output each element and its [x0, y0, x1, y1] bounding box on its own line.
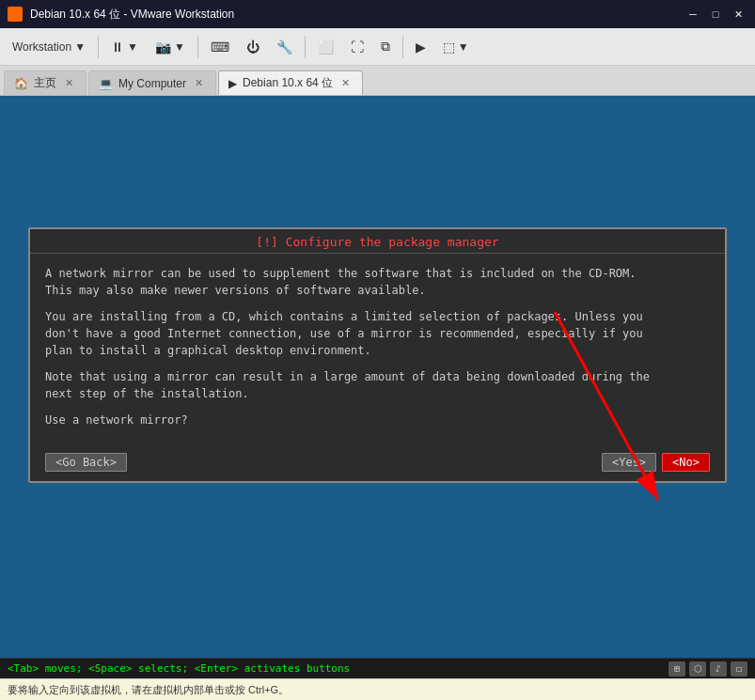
- tab-debian-close[interactable]: ✕: [338, 76, 353, 90]
- home-icon: 🏠: [14, 77, 28, 90]
- display-status-icon: ◻: [731, 661, 747, 677]
- debian-icon: ▶: [228, 77, 237, 90]
- vmware-icon: [8, 7, 23, 22]
- configure-package-manager-dialog: [!] Configure the package manager A netw…: [28, 227, 727, 483]
- workstation-menu-button[interactable]: Workstation ▼: [6, 33, 92, 61]
- tab-home[interactable]: 🏠 主页 ✕: [4, 70, 87, 95]
- status-text: <Tab> moves; <Space> selects; <Enter> ac…: [8, 662, 668, 675]
- ctrl-g-message: 要将输入定向到该虚拟机，请在虚拟机内部单击或按 Ctrl+G。: [8, 683, 289, 697]
- statusbar: <Tab> moves; <Space> selects; <Enter> ac…: [0, 658, 755, 678]
- snapshot-menu-button[interactable]: 📷 ▼: [149, 33, 192, 61]
- yes-button[interactable]: <Yes>: [602, 453, 656, 472]
- power-icon: ⏻: [246, 39, 260, 54]
- console-icon: ▶: [416, 39, 426, 54]
- tab-mycomputer-label: My Computer: [118, 77, 186, 90]
- pause-dropdown: ▼: [127, 40, 138, 54]
- exit-dropdown: ▼: [458, 40, 469, 54]
- status-icons: ⊞ ⬡ ♪ ◻: [668, 661, 747, 677]
- dialog-para-2: You are installing from a CD, which cont…: [45, 308, 710, 359]
- dialog-action-buttons: <Yes> <No>: [602, 453, 710, 472]
- minimize-button[interactable]: ─: [684, 7, 702, 22]
- dialog-para-3: Note that using a mirror can result in a…: [45, 368, 710, 402]
- send-ctrlaltdel-button[interactable]: ⌨: [204, 33, 236, 61]
- toolbar: Workstation ▼ ⏸ ▼ 📷 ▼ ⌨ ⏻ 🔧 ⬜ ⛶ ⧉ ▶ ⬚ ▼: [0, 28, 755, 66]
- snapshot-dropdown: ▼: [174, 40, 185, 54]
- view-icon: ⬜: [318, 39, 334, 54]
- snapshot-icon: 📷: [155, 39, 171, 54]
- sound-status-icon: ♪: [710, 661, 727, 677]
- no-button[interactable]: <No>: [662, 453, 710, 472]
- maximize-button[interactable]: □: [706, 7, 725, 22]
- tab-debian-label: Debian 10.x 64 位: [243, 75, 333, 91]
- fullscreen-button[interactable]: ⛶: [344, 33, 370, 61]
- vmware-tools-button[interactable]: 🔧: [270, 33, 299, 61]
- mycomputer-icon: 💻: [99, 77, 113, 90]
- workstation-label: Workstation: [12, 40, 71, 54]
- console-button[interactable]: ▶: [409, 33, 433, 61]
- window-title: Debian 10.x 64 位 - VMware Workstation: [30, 7, 676, 23]
- tab-home-close[interactable]: ✕: [62, 76, 76, 90]
- pause-button[interactable]: ⏸ ▼: [104, 33, 145, 61]
- keyboard-icon: ⌨: [211, 39, 229, 54]
- network-status-icon: ⊞: [668, 661, 685, 677]
- unity-icon: ⧉: [381, 39, 390, 54]
- toolbar-separator-4: [402, 36, 403, 58]
- dialog-title: [!] Configure the package manager: [30, 229, 725, 254]
- titlebar: Debian 10.x 64 位 - VMware Workstation ─ …: [0, 0, 755, 28]
- tab-mycomputer-close[interactable]: ✕: [192, 76, 206, 90]
- power-button[interactable]: ⏻: [240, 33, 266, 61]
- dialog-question: Use a network mirror?: [45, 412, 710, 428]
- close-button[interactable]: ✕: [729, 7, 747, 22]
- tools-icon: 🔧: [276, 39, 292, 54]
- dialog-footer: <Go Back> <Yes> <No>: [30, 447, 725, 481]
- dialog-para-1: A network mirror can be used to suppleme…: [45, 265, 710, 299]
- pause-icon: ⏸: [111, 39, 124, 54]
- dialog-body: A network mirror can be used to suppleme…: [30, 254, 725, 447]
- toolbar-separator-1: [98, 36, 99, 58]
- view-button[interactable]: ⬜: [311, 33, 340, 61]
- vm-area[interactable]: [!] Configure the package manager A netw…: [0, 96, 755, 658]
- toolbar-separator-2: [197, 36, 198, 58]
- window-controls: ─ □ ✕: [684, 7, 747, 22]
- toolbar-separator-3: [305, 36, 306, 58]
- go-back-button[interactable]: <Go Back>: [45, 453, 127, 472]
- tab-debian[interactable]: ▶ Debian 10.x 64 位 ✕: [218, 70, 363, 95]
- fullscreen-icon: ⛶: [351, 39, 364, 54]
- msgbar: 要将输入定向到该虚拟机，请在虚拟机内部单击或按 Ctrl+G。: [0, 678, 755, 700]
- tab-home-label: 主页: [34, 75, 56, 91]
- usb-status-icon: ⬡: [689, 661, 706, 677]
- tabsbar: 🏠 主页 ✕ 💻 My Computer ✕ ▶ Debian 10.x 64 …: [0, 66, 755, 96]
- tab-mycomputer[interactable]: 💻 My Computer ✕: [88, 70, 216, 95]
- exit-fullscreen-button[interactable]: ⬚ ▼: [436, 33, 476, 61]
- dropdown-arrow-icon: ▼: [74, 40, 86, 54]
- unity-button[interactable]: ⧉: [374, 33, 397, 61]
- exit-icon: ⬚: [443, 39, 455, 54]
